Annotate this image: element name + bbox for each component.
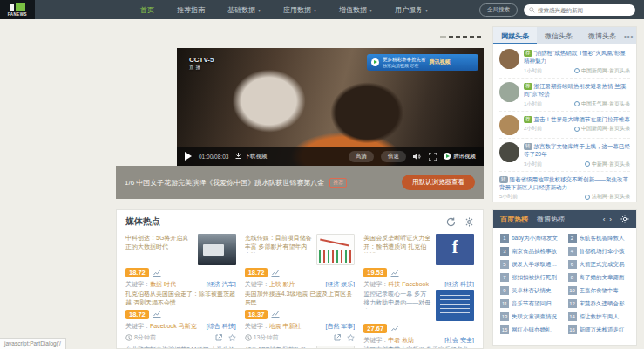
hot-ranking-item[interactable]: 5 误发大学录取通知书 — [500, 260, 562, 269]
carousel-dot[interactable] — [463, 36, 467, 38]
headlines-tab[interactable]: 网媒头条 — [493, 27, 537, 44]
playback-speed-button[interactable]: 倍速 — [381, 151, 406, 162]
category-tag[interactable]: [经济 汽车] — [207, 280, 236, 287]
gear-icon[interactable] — [464, 217, 474, 227]
refresh-icon[interactable] — [446, 217, 456, 227]
fullscreen-icon[interactable] — [429, 153, 437, 161]
hot-ranking-item[interactable]: 12 宋慧乔久违晒合影 — [568, 299, 630, 308]
hot-ranking-item[interactable]: 13 失联女童调查情况 — [500, 312, 562, 321]
headlines-tab[interactable]: 微信头条 — [537, 27, 580, 44]
hot-ranking-item[interactable]: 8 离了婚的文章露面 — [568, 273, 630, 282]
tencent-video-brand[interactable]: 腾讯视频 — [444, 153, 476, 161]
hot-ranking-item[interactable]: 6 火箭正式完成交易 — [568, 260, 630, 269]
category-tag[interactable]: [经济 娱乐] — [325, 280, 355, 287]
media-card-thumbnail[interactable] — [198, 234, 236, 265]
category-tag[interactable]: [自然 军事] — [325, 322, 355, 331]
volume-icon[interactable] — [413, 153, 422, 161]
media-card-thumbnail[interactable] — [316, 346, 355, 349]
external-link-icon[interactable] — [334, 334, 341, 341]
trend-chart-icon[interactable] — [390, 270, 399, 277]
global-search-button[interactable]: 全局搜索 — [479, 3, 518, 17]
nav-menu-item[interactable]: 基础数据 ▾ — [216, 0, 272, 19]
fanews-logo[interactable]: FANEWS — [0, 0, 35, 19]
carousel-dot[interactable] — [477, 36, 481, 38]
nav-menu-item[interactable]: 首页 ▾ — [129, 0, 166, 19]
hot-ranking-item[interactable]: 4 首都机场打伞小孩 — [568, 247, 630, 256]
more-tabs-button[interactable]: ••• — [624, 32, 637, 40]
carousel-indicator[interactable] — [440, 36, 481, 38]
download-video-button[interactable]: 下载视频 — [235, 153, 267, 161]
nav-menu-item[interactable]: 用户服务 ▾ — [383, 0, 439, 19]
keyword-values[interactable]: 科技 Facebook — [388, 280, 429, 287]
media-card-thumbnail[interactable] — [436, 234, 474, 265]
media-card-title[interactable]: 监控记录暖心一幕 多方接力救助中暑的——对母女 — [363, 290, 431, 309]
hot-ranking-item[interactable]: 16 新疆万米栈道走红 — [568, 325, 630, 334]
search-input[interactable] — [538, 7, 630, 13]
video-ad-banner[interactable]: 更多精彩赛事抢先看 独家高清视频 尽在 腾讯视频 — [367, 54, 478, 71]
keyword-values[interactable]: 上映 影片 — [269, 280, 295, 287]
next-arrow-button[interactable]: › — [609, 216, 612, 223]
video-player[interactable]: CCTV-5 直播 更多精彩赛事抢先看 独家高清视频 尽在 腾讯视频 01:00… — [177, 48, 484, 166]
trend-chart-icon[interactable] — [153, 270, 161, 277]
media-card-title[interactable]: 美国会反垄断听证火力全开：脸书遭质询 扎克伯格解围 — [363, 234, 431, 253]
trend-chart-icon[interactable] — [390, 325, 399, 332]
media-card-title[interactable]: 中科创达：5G将开启真正的大数据时代 — [125, 234, 193, 253]
nav-menu-item[interactable]: 增值数据 ▾ — [328, 0, 383, 19]
play-button[interactable] — [185, 152, 192, 161]
keyword-values[interactable]: 数据 时代 — [150, 280, 176, 287]
carousel-dot[interactable] — [440, 36, 446, 38]
category-tag[interactable]: [经济 科技] — [444, 280, 474, 287]
hot-ranking-item[interactable]: 14 拒让救护车两人身亡 — [568, 312, 630, 321]
media-card-title[interactable]: 美国加州接连4.3级地震 已波及上百区县居民 — [245, 290, 356, 307]
hot-ranking-tab[interactable]: 百度热榜 — [500, 215, 528, 224]
media-card-title[interactable]: 扎克伯格从美国国会走了：除非被盖茨超越 否则天塌不会慌 — [125, 290, 236, 307]
search-box[interactable] — [524, 4, 635, 16]
hot-ranking-item[interactable]: 15 网红小镇办婚礼 — [500, 325, 562, 334]
gear-icon[interactable] — [620, 215, 629, 223]
keyword-values[interactable]: 地震 中新社 — [269, 322, 302, 331]
hot-ranking-item[interactable]: 3 南京食品抽检事故 — [500, 247, 562, 256]
nav-menu-item[interactable]: 推荐指南 ▾ — [166, 0, 216, 19]
headline-item[interactable]: 荐直击！世界最大啤酒节在厦门拉开帷幕 2小时前 中国新闻网·首页头条 — [499, 112, 630, 139]
headlines-tab[interactable]: 微博头条 — [580, 27, 624, 44]
nav-menu-item[interactable]: 应用数据 ▾ — [272, 0, 328, 19]
media-card-title[interactable]: 40款APP被督促整改发文 拒不上报，墨迹天气上榜 — [245, 346, 313, 349]
hot-ranking-item[interactable]: 1 baby为小海绵发文 — [500, 234, 562, 243]
headline-title[interactable]: 转故宫数字文物库终于上线，这一幕已经等了20年 — [524, 142, 630, 159]
trend-chart-icon[interactable] — [271, 311, 280, 318]
headline-title[interactable]: 荐“消防橙”成热销款 T恤衫“火凤凰”彰显精神魅力 — [524, 49, 630, 65]
media-card-thumbnail[interactable] — [436, 290, 474, 321]
hot-ranking-item[interactable]: 9 吴卓林否认情史 — [500, 286, 562, 295]
trend-chart-icon[interactable] — [271, 270, 280, 277]
headline-item[interactable]: 转随着省级用地审批权移交不断创新——聚焦改革背景下新区人口经济新动力 5小时前 … — [499, 172, 630, 202]
trend-chart-icon[interactable] — [153, 311, 161, 318]
open-in-browser-button[interactable]: 用默认浏览器查看 — [402, 174, 475, 190]
media-card-title[interactable]: 光线传媒：目前项目储备丰富 多部影片有望年内上映 — [245, 234, 313, 253]
carousel-dot[interactable] — [470, 36, 474, 38]
headline-item[interactable]: 荐浙江暑期持续晴热引发避暑热情 兰溪间“凉”经济 1小时前 中国天气网·首页头条 — [499, 79, 630, 112]
star-icon[interactable] — [347, 334, 355, 341]
hot-ranking-item[interactable]: 2 东航客机备降救人 — [568, 234, 630, 243]
star-icon[interactable] — [228, 334, 236, 341]
hd-quality-button[interactable]: 高清 — [349, 151, 374, 162]
keyword-values[interactable]: Facebook 马斯克 — [150, 322, 197, 331]
hot-ranking-item[interactable]: 7 张扣扣被执行死刑 — [500, 273, 562, 282]
headline-title[interactable]: 转随着省级用地审批权移交不断创新——聚焦改革背景下新区人口经济新动力 — [499, 175, 630, 192]
headline-item[interactable]: 荐“消防橙”成热销款 T恤衫“火凤凰”彰显精神魅力 1小时前 中国新闻网·首页头… — [499, 45, 630, 79]
hot-ranking-tab[interactable]: 微博热榜 — [537, 215, 565, 224]
category-tag[interactable]: [综合 科技] — [207, 322, 236, 331]
carousel-dot[interactable] — [456, 36, 460, 38]
category-tag[interactable]: [社会 安全] — [444, 336, 474, 343]
carousel-dot[interactable] — [449, 36, 453, 38]
headline-title[interactable]: 荐直击！世界最大啤酒节在厦门拉开帷幕 — [524, 115, 630, 123]
headline-title[interactable]: 荐浙江暑期持续晴热引发避暑热情 兰溪间“凉”经济 — [524, 82, 630, 99]
external-link-icon[interactable] — [215, 334, 222, 341]
keyword-values[interactable]: 中暑 救助 — [388, 336, 414, 343]
media-card-title[interactable]: 法国南部森林火灾频发 数千官兵紧急救灾 — [363, 346, 474, 349]
media-card-title[interactable]: 台北警方打击诈骗抓获244嫌犯 大学生沦为“车手” — [125, 346, 236, 349]
hot-ranking-item[interactable]: 10 王嘉尔食物中毒 — [568, 286, 630, 295]
media-card-thumbnail[interactable] — [316, 234, 355, 265]
prev-arrow-button[interactable]: ‹ — [603, 216, 606, 223]
headline-item[interactable]: 转故宫数字文物库终于上线，这一幕已经等了20年 3小时前 中新网·首页头条 — [499, 139, 630, 172]
hot-ranking-item[interactable]: 11 音乐节有望回归 — [500, 299, 562, 308]
